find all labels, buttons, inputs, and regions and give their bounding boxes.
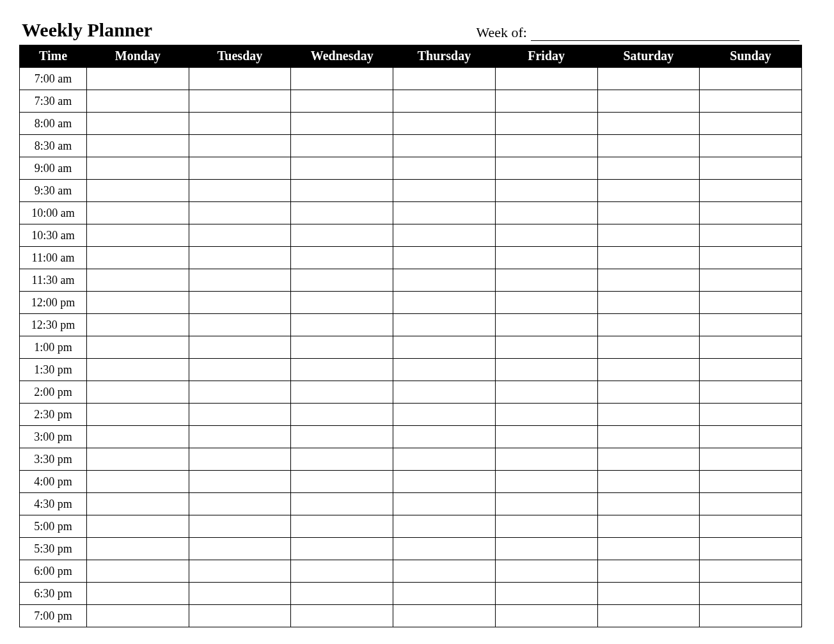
slot-cell[interactable]: [700, 538, 802, 560]
week-of-input-line[interactable]: [531, 27, 799, 41]
slot-cell[interactable]: [495, 224, 597, 247]
slot-cell[interactable]: [189, 471, 291, 493]
slot-cell[interactable]: [189, 381, 291, 404]
slot-cell[interactable]: [700, 404, 802, 426]
slot-cell[interactable]: [700, 90, 802, 113]
slot-cell[interactable]: [87, 90, 189, 113]
slot-cell[interactable]: [291, 560, 393, 583]
slot-cell[interactable]: [87, 314, 189, 336]
slot-cell[interactable]: [87, 292, 189, 314]
slot-cell[interactable]: [189, 404, 291, 426]
slot-cell[interactable]: [495, 471, 597, 493]
slot-cell[interactable]: [291, 336, 393, 359]
slot-cell[interactable]: [700, 515, 802, 538]
slot-cell[interactable]: [495, 404, 597, 426]
slot-cell[interactable]: [700, 493, 802, 515]
slot-cell[interactable]: [291, 224, 393, 247]
slot-cell[interactable]: [700, 560, 802, 583]
slot-cell[interactable]: [87, 157, 189, 180]
slot-cell[interactable]: [189, 68, 291, 90]
slot-cell[interactable]: [291, 292, 393, 314]
slot-cell[interactable]: [495, 180, 597, 202]
slot-cell[interactable]: [700, 135, 802, 157]
slot-cell[interactable]: [393, 560, 496, 583]
slot-cell[interactable]: [597, 157, 700, 180]
slot-cell[interactable]: [393, 202, 496, 224]
slot-cell[interactable]: [597, 180, 700, 202]
slot-cell[interactable]: [87, 135, 189, 157]
slot-cell[interactable]: [495, 381, 597, 404]
slot-cell[interactable]: [87, 359, 189, 381]
slot-cell[interactable]: [495, 605, 597, 627]
slot-cell[interactable]: [393, 493, 496, 515]
slot-cell[interactable]: [291, 202, 393, 224]
slot-cell[interactable]: [700, 247, 802, 269]
slot-cell[interactable]: [189, 583, 291, 605]
slot-cell[interactable]: [700, 269, 802, 292]
slot-cell[interactable]: [495, 157, 597, 180]
slot-cell[interactable]: [291, 180, 393, 202]
slot-cell[interactable]: [495, 113, 597, 135]
slot-cell[interactable]: [700, 605, 802, 627]
slot-cell[interactable]: [291, 359, 393, 381]
slot-cell[interactable]: [700, 336, 802, 359]
slot-cell[interactable]: [495, 493, 597, 515]
slot-cell[interactable]: [393, 515, 496, 538]
slot-cell[interactable]: [393, 292, 496, 314]
slot-cell[interactable]: [87, 448, 189, 471]
slot-cell[interactable]: [291, 135, 393, 157]
slot-cell[interactable]: [393, 157, 496, 180]
slot-cell[interactable]: [189, 515, 291, 538]
slot-cell[interactable]: [393, 113, 496, 135]
slot-cell[interactable]: [393, 426, 496, 448]
slot-cell[interactable]: [189, 560, 291, 583]
slot-cell[interactable]: [87, 583, 189, 605]
slot-cell[interactable]: [597, 426, 700, 448]
slot-cell[interactable]: [189, 90, 291, 113]
slot-cell[interactable]: [495, 90, 597, 113]
slot-cell[interactable]: [700, 448, 802, 471]
slot-cell[interactable]: [597, 336, 700, 359]
slot-cell[interactable]: [291, 605, 393, 627]
slot-cell[interactable]: [495, 68, 597, 90]
slot-cell[interactable]: [597, 224, 700, 247]
slot-cell[interactable]: [189, 605, 291, 627]
slot-cell[interactable]: [393, 336, 496, 359]
slot-cell[interactable]: [291, 157, 393, 180]
slot-cell[interactable]: [495, 538, 597, 560]
slot-cell[interactable]: [495, 314, 597, 336]
slot-cell[interactable]: [700, 180, 802, 202]
slot-cell[interactable]: [700, 359, 802, 381]
slot-cell[interactable]: [597, 269, 700, 292]
slot-cell[interactable]: [87, 426, 189, 448]
slot-cell[interactable]: [393, 605, 496, 627]
slot-cell[interactable]: [87, 202, 189, 224]
slot-cell[interactable]: [393, 247, 496, 269]
slot-cell[interactable]: [495, 292, 597, 314]
slot-cell[interactable]: [597, 135, 700, 157]
slot-cell[interactable]: [189, 538, 291, 560]
slot-cell[interactable]: [87, 224, 189, 247]
slot-cell[interactable]: [189, 113, 291, 135]
slot-cell[interactable]: [597, 247, 700, 269]
slot-cell[interactable]: [393, 269, 496, 292]
slot-cell[interactable]: [700, 426, 802, 448]
slot-cell[interactable]: [87, 605, 189, 627]
slot-cell[interactable]: [597, 448, 700, 471]
slot-cell[interactable]: [495, 336, 597, 359]
slot-cell[interactable]: [189, 359, 291, 381]
slot-cell[interactable]: [700, 381, 802, 404]
slot-cell[interactable]: [189, 202, 291, 224]
slot-cell[interactable]: [189, 157, 291, 180]
slot-cell[interactable]: [87, 113, 189, 135]
slot-cell[interactable]: [291, 404, 393, 426]
slot-cell[interactable]: [495, 583, 597, 605]
slot-cell[interactable]: [597, 202, 700, 224]
slot-cell[interactable]: [87, 560, 189, 583]
slot-cell[interactable]: [700, 157, 802, 180]
slot-cell[interactable]: [495, 426, 597, 448]
slot-cell[interactable]: [597, 292, 700, 314]
slot-cell[interactable]: [393, 471, 496, 493]
slot-cell[interactable]: [189, 292, 291, 314]
slot-cell[interactable]: [291, 269, 393, 292]
